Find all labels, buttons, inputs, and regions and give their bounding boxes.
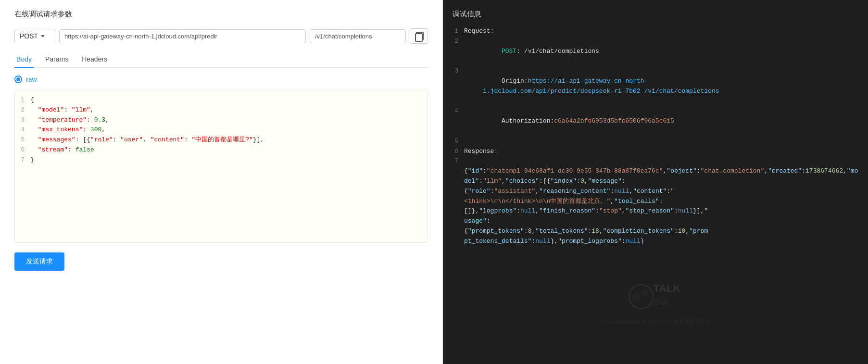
debug-line-6: 6 Response:: [453, 147, 868, 157]
right-panel-title: 调试信息: [453, 10, 868, 19]
svg-text:云说: 云说: [653, 297, 668, 305]
right-watermark-svg: TALK 云说: [627, 277, 684, 316]
tab-headers[interactable]: Headers: [80, 51, 109, 68]
tabs-bar: Body Params Headers: [14, 51, 428, 68]
right-panel: 调试信息 TALK 云说 -www.idctalk.com-国内专业云计算交流服…: [443, 0, 868, 364]
radio-row: raw: [14, 75, 428, 83]
code-editor[interactable]: 1 { 2 "model": "llm", 3 "temperature": 0…: [14, 89, 428, 243]
code-line-7: 7 }: [15, 155, 428, 165]
debug-line-1: 1 Request:: [453, 26, 868, 37]
right-watermark-url: -www.idctalk.com-国内专业云计算交流服务平台-: [599, 318, 712, 326]
url-input[interactable]: [59, 29, 306, 43]
debug-method: POST: [502, 48, 516, 55]
path-input[interactable]: [310, 29, 406, 43]
submit-button[interactable]: 发送请求: [14, 252, 64, 271]
method-chevron-icon: [41, 35, 45, 38]
svg-point-5: [641, 289, 649, 297]
code-line-6: 6 "stream": false: [15, 145, 428, 155]
svg-point-4: [631, 292, 641, 301]
debug-output: 1 Request: 2 POST: /v1/chat/completions …: [453, 26, 868, 256]
debug-line-7: 7 {"id":"chatcmpl-94e68af1-dc30-9e55-847…: [453, 156, 868, 256]
code-line-3: 3 "temperature": 0.3,: [15, 115, 428, 126]
url-row: POST: [14, 28, 428, 44]
debug-auth-value: c6a64a2bfd6953d5bfc6506f96a5c615: [554, 117, 674, 125]
debug-line-3: 3 Origin:https://ai-api-gateway-cn-north…: [453, 66, 868, 106]
method-value: POST: [20, 32, 38, 40]
tab-params[interactable]: Params: [43, 51, 70, 68]
debug-line-4: 4 Authorization:c6a64a2bfd6953d5bfc6506f…: [453, 106, 868, 136]
code-line-4: 4 "max_tokens": 300,: [15, 125, 428, 135]
debug-line-5: 5: [453, 137, 868, 147]
svg-text:TALK: TALK: [653, 282, 680, 294]
raw-radio[interactable]: [14, 75, 22, 83]
left-panel: 在线调试请求参数 TALK 云说 -www.idctalk.com-国内专业云计…: [0, 0, 442, 364]
code-line-5: 5 "messages": [{"role": "user", "content…: [15, 135, 428, 145]
raw-label: raw: [26, 75, 37, 83]
method-select[interactable]: POST: [14, 29, 55, 43]
right-watermark: TALK 云说 -www.idctalk.com-国内专业云计算交流服务平台-: [599, 277, 712, 326]
tab-body[interactable]: Body: [14, 51, 34, 68]
code-line-1: 1 {: [15, 95, 428, 105]
code-line-2: 2 "model": "llm",: [15, 105, 428, 115]
debug-line-2: 2 POST: /v1/chat/completions: [453, 37, 868, 66]
copy-button[interactable]: [410, 28, 428, 44]
copy-icon: [415, 32, 423, 40]
svg-point-3: [629, 285, 653, 309]
left-panel-title: 在线调试请求参数: [14, 10, 428, 19]
